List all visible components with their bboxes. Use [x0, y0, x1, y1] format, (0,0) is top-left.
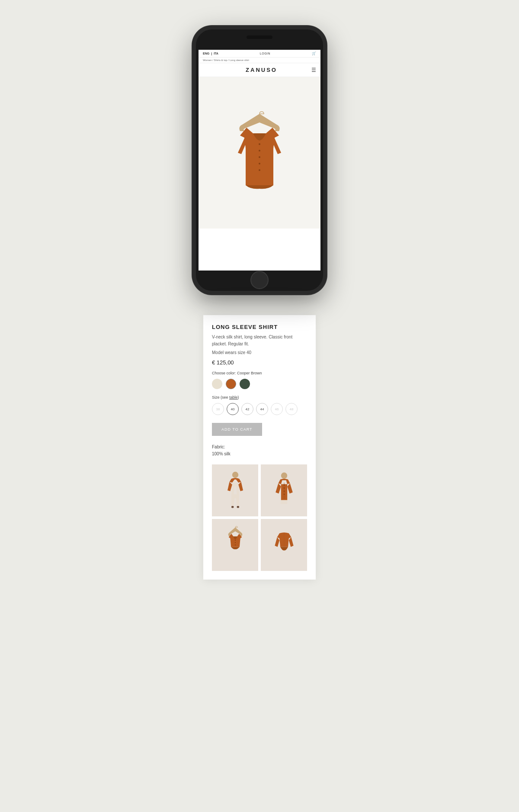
svg-point-10	[283, 484, 285, 486]
product-thumb-1[interactable]	[212, 464, 258, 516]
size-38[interactable]: 38	[212, 403, 224, 415]
lang-ita[interactable]: ITA	[214, 52, 218, 55]
size-48[interactable]: 48	[285, 403, 298, 415]
phone-reflection	[199, 293, 320, 302]
svg-point-16	[234, 545, 235, 545]
site-header: ZANUSO ☰	[199, 63, 320, 77]
cart-icon[interactable]: 🛒	[312, 52, 316, 55]
size-options: 38 40 42 44 46 48	[212, 403, 307, 415]
breadcrumb-women[interactable]: Women	[203, 59, 212, 61]
svg-point-11	[283, 487, 285, 489]
fabric-info: Fabric: 100% silk	[212, 444, 307, 458]
size-40[interactable]: 40	[227, 403, 239, 415]
site-logo[interactable]: ZANUSO	[211, 67, 311, 73]
breadcrumb-shirts[interactable]: Shirts & top	[214, 59, 227, 61]
product-thumbnail-grid	[212, 464, 307, 571]
size-46[interactable]: 46	[271, 403, 283, 415]
phone-mockup: ENG | ITA LOGIN 🛒 Women / Shirts & top /…	[192, 26, 327, 294]
svg-point-0	[259, 143, 260, 145]
svg-rect-6	[231, 506, 234, 508]
product-model-info: Model wears size 40	[212, 350, 307, 355]
product-thumb-2[interactable]	[261, 464, 307, 516]
add-to-cart-button[interactable]: ADD TO CART	[212, 423, 262, 436]
product-title: LONG SLEEVE SHIRT	[212, 324, 307, 330]
svg-rect-7	[237, 506, 239, 508]
phone-home-button[interactable]	[250, 271, 269, 289]
product-detail-card: LONG SLEEVE SHIRT V-neck silk shirt, lon…	[203, 315, 316, 580]
svg-point-13	[283, 494, 285, 495]
svg-point-3	[259, 163, 260, 164]
color-swatches	[212, 379, 307, 389]
color-swatch-cream[interactable]	[212, 379, 222, 389]
size-42[interactable]: 42	[241, 403, 253, 415]
svg-point-12	[283, 490, 285, 492]
svg-point-1	[259, 150, 260, 151]
phone-screen: ENG | ITA LOGIN 🛒 Women / Shirts & top /…	[199, 50, 320, 271]
color-label: Choose color: Cooper Brown	[212, 371, 307, 375]
breadcrumb: Women / Shirts & top / Long sleeve shirt	[199, 58, 320, 63]
product-thumb-3[interactable]	[212, 519, 258, 571]
fabric-value: 100% silk	[212, 451, 231, 456]
login-link[interactable]: LOGIN	[260, 52, 270, 55]
product-description: V-neck silk shirt, long sleeve. Classic …	[212, 334, 307, 348]
svg-point-15	[234, 542, 235, 543]
size-table-link[interactable]: table	[229, 395, 238, 400]
product-thumb-4[interactable]	[261, 519, 307, 571]
breadcrumb-current: Long sleeve shirt	[230, 59, 249, 61]
svg-point-14	[234, 540, 235, 541]
svg-point-5	[232, 472, 238, 478]
svg-point-4	[259, 169, 260, 171]
phone-speaker	[247, 35, 272, 39]
color-swatch-cooper-brown[interactable]	[226, 379, 236, 389]
size-label: Size (see table)	[212, 395, 307, 400]
lang-eng[interactable]: ENG	[203, 52, 209, 55]
hamburger-menu-icon[interactable]: ☰	[311, 67, 316, 73]
lang-separator: |	[211, 52, 212, 55]
svg-point-2	[259, 156, 260, 158]
color-name: Cooper Brown	[237, 371, 262, 375]
language-switcher[interactable]: ENG | ITA	[203, 52, 218, 55]
product-main-image[interactable]	[199, 77, 320, 229]
product-price: € 125,00	[212, 359, 307, 366]
top-bar: ENG | ITA LOGIN 🛒	[199, 50, 320, 58]
fabric-label: Fabric:	[212, 445, 225, 449]
size-44[interactable]: 44	[256, 403, 268, 415]
color-swatch-dark-green[interactable]	[240, 379, 250, 389]
svg-point-8	[281, 473, 287, 479]
